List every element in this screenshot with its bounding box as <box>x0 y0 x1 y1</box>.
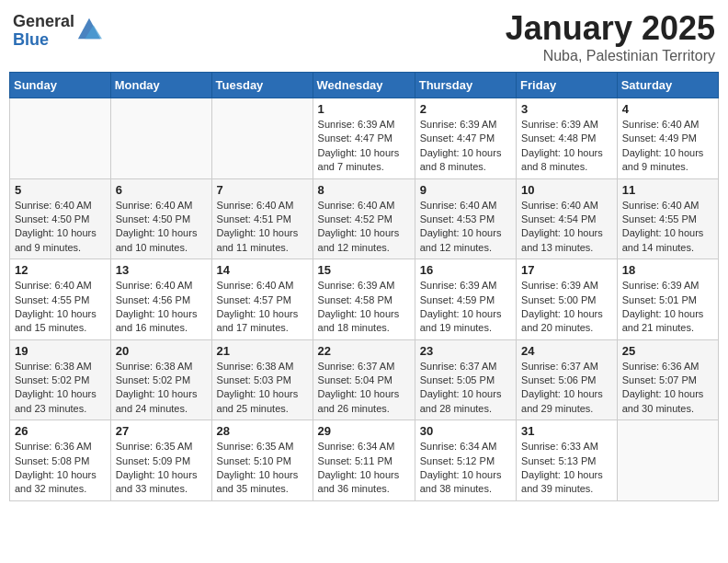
day-info: Sunrise: 6:40 AMSunset: 4:56 PMDaylight:… <box>116 280 198 333</box>
calendar-cell: 7 Sunrise: 6:40 AMSunset: 4:51 PMDayligh… <box>211 178 313 259</box>
calendar-cell: 29 Sunrise: 6:34 AMSunset: 5:11 PMDaylig… <box>313 420 415 501</box>
day-info: Sunrise: 6:38 AMSunset: 5:03 PMDaylight:… <box>217 361 299 414</box>
day-info: Sunrise: 6:39 AMSunset: 4:58 PMDaylight:… <box>318 280 400 333</box>
calendar-header-row: SundayMondayTuesdayWednesdayThursdayFrid… <box>10 73 719 98</box>
calendar-cell: 23 Sunrise: 6:37 AMSunset: 5:05 PMDaylig… <box>415 339 516 420</box>
calendar-cell: 4 Sunrise: 6:40 AMSunset: 4:49 PMDayligh… <box>617 98 718 179</box>
day-info: Sunrise: 6:39 AMSunset: 5:00 PMDaylight:… <box>521 280 603 333</box>
day-number: 15 <box>318 263 410 277</box>
calendar-cell <box>617 420 718 501</box>
weekday-header-wednesday: Wednesday <box>313 73 415 98</box>
calendar-cell: 21 Sunrise: 6:38 AMSunset: 5:03 PMDaylig… <box>211 339 313 420</box>
logo-general: General <box>13 13 74 31</box>
day-info: Sunrise: 6:34 AMSunset: 5:11 PMDaylight:… <box>318 441 400 494</box>
day-info: Sunrise: 6:40 AMSunset: 4:55 PMDaylight:… <box>15 280 97 333</box>
day-info: Sunrise: 6:40 AMSunset: 4:49 PMDaylight:… <box>622 119 704 172</box>
day-number: 29 <box>318 424 410 438</box>
day-number: 8 <box>318 183 410 197</box>
calendar-cell: 11 Sunrise: 6:40 AMSunset: 4:55 PMDaylig… <box>617 178 718 259</box>
calendar-cell: 16 Sunrise: 6:39 AMSunset: 4:59 PMDaylig… <box>415 259 516 340</box>
page-header: General Blue January 2025 Nuba, Palestin… <box>9 9 719 64</box>
day-info: Sunrise: 6:37 AMSunset: 5:05 PMDaylight:… <box>420 361 502 414</box>
calendar-cell: 31 Sunrise: 6:33 AMSunset: 5:13 PMDaylig… <box>517 420 618 501</box>
weekday-header-friday: Friday <box>517 73 618 98</box>
day-number: 17 <box>521 263 612 277</box>
day-info: Sunrise: 6:40 AMSunset: 4:53 PMDaylight:… <box>420 200 502 253</box>
day-number: 11 <box>622 183 713 197</box>
day-number: 6 <box>116 183 207 197</box>
day-number: 28 <box>217 424 308 438</box>
day-info: Sunrise: 6:33 AMSunset: 5:13 PMDaylight:… <box>521 441 603 494</box>
day-number: 19 <box>15 344 106 358</box>
weekday-header-saturday: Saturday <box>617 73 718 98</box>
calendar-cell: 13 Sunrise: 6:40 AMSunset: 4:56 PMDaylig… <box>110 259 211 340</box>
day-info: Sunrise: 6:36 AMSunset: 5:08 PMDaylight:… <box>15 441 97 494</box>
weekday-header-tuesday: Tuesday <box>211 73 313 98</box>
calendar-cell: 28 Sunrise: 6:35 AMSunset: 5:10 PMDaylig… <box>211 420 313 501</box>
day-number: 2 <box>420 102 511 116</box>
day-number: 24 <box>521 344 612 358</box>
calendar-table: SundayMondayTuesdayWednesdayThursdayFrid… <box>9 72 719 501</box>
calendar-cell: 2 Sunrise: 6:39 AMSunset: 4:47 PMDayligh… <box>415 98 516 179</box>
calendar-cell: 15 Sunrise: 6:39 AMSunset: 4:58 PMDaylig… <box>313 259 415 340</box>
day-info: Sunrise: 6:40 AMSunset: 4:54 PMDaylight:… <box>521 200 603 253</box>
calendar-cell: 30 Sunrise: 6:34 AMSunset: 5:12 PMDaylig… <box>415 420 516 501</box>
day-number: 10 <box>521 183 612 197</box>
day-info: Sunrise: 6:35 AMSunset: 5:09 PMDaylight:… <box>116 441 198 494</box>
calendar-cell: 8 Sunrise: 6:40 AMSunset: 4:52 PMDayligh… <box>313 178 415 259</box>
day-number: 4 <box>622 102 713 116</box>
day-number: 18 <box>622 263 713 277</box>
day-info: Sunrise: 6:40 AMSunset: 4:51 PMDaylight:… <box>217 200 299 253</box>
day-number: 1 <box>318 102 410 116</box>
day-number: 13 <box>116 263 207 277</box>
day-info: Sunrise: 6:37 AMSunset: 5:04 PMDaylight:… <box>318 361 400 414</box>
calendar-week-row: 1 Sunrise: 6:39 AMSunset: 4:47 PMDayligh… <box>10 98 719 179</box>
calendar-cell: 27 Sunrise: 6:35 AMSunset: 5:09 PMDaylig… <box>110 420 211 501</box>
calendar-subtitle: Nuba, Palestinian Territory <box>506 48 715 64</box>
day-info: Sunrise: 6:39 AMSunset: 4:48 PMDaylight:… <box>521 119 603 172</box>
day-info: Sunrise: 6:34 AMSunset: 5:12 PMDaylight:… <box>420 441 502 494</box>
calendar-week-row: 19 Sunrise: 6:38 AMSunset: 5:02 PMDaylig… <box>10 339 719 420</box>
day-number: 3 <box>521 102 612 116</box>
day-info: Sunrise: 6:40 AMSunset: 4:50 PMDaylight:… <box>116 200 198 253</box>
day-number: 31 <box>521 424 612 438</box>
calendar-cell: 19 Sunrise: 6:38 AMSunset: 5:02 PMDaylig… <box>10 339 111 420</box>
day-info: Sunrise: 6:39 AMSunset: 4:59 PMDaylight:… <box>420 280 502 333</box>
calendar-title: January 2025 <box>506 9 715 48</box>
calendar-week-row: 12 Sunrise: 6:40 AMSunset: 4:55 PMDaylig… <box>10 259 719 340</box>
calendar-cell: 24 Sunrise: 6:37 AMSunset: 5:06 PMDaylig… <box>517 339 618 420</box>
day-info: Sunrise: 6:36 AMSunset: 5:07 PMDaylight:… <box>622 361 704 414</box>
calendar-cell: 22 Sunrise: 6:37 AMSunset: 5:04 PMDaylig… <box>313 339 415 420</box>
day-info: Sunrise: 6:40 AMSunset: 4:52 PMDaylight:… <box>318 200 400 253</box>
calendar-cell: 18 Sunrise: 6:39 AMSunset: 5:01 PMDaylig… <box>617 259 718 340</box>
day-number: 23 <box>420 344 511 358</box>
day-info: Sunrise: 6:40 AMSunset: 4:55 PMDaylight:… <box>622 200 704 253</box>
logo-blue: Blue <box>13 31 74 50</box>
day-info: Sunrise: 6:40 AMSunset: 4:50 PMDaylight:… <box>15 200 97 253</box>
day-info: Sunrise: 6:39 AMSunset: 4:47 PMDaylight:… <box>420 119 502 172</box>
day-info: Sunrise: 6:38 AMSunset: 5:02 PMDaylight:… <box>15 361 97 414</box>
calendar-cell: 14 Sunrise: 6:40 AMSunset: 4:57 PMDaylig… <box>211 259 313 340</box>
calendar-cell: 5 Sunrise: 6:40 AMSunset: 4:50 PMDayligh… <box>10 178 111 259</box>
calendar-cell: 6 Sunrise: 6:40 AMSunset: 4:50 PMDayligh… <box>110 178 211 259</box>
calendar-cell <box>211 98 313 179</box>
calendar-cell: 9 Sunrise: 6:40 AMSunset: 4:53 PMDayligh… <box>415 178 516 259</box>
calendar-cell: 10 Sunrise: 6:40 AMSunset: 4:54 PMDaylig… <box>517 178 618 259</box>
weekday-header-monday: Monday <box>110 73 211 98</box>
day-number: 7 <box>217 183 308 197</box>
calendar-cell: 25 Sunrise: 6:36 AMSunset: 5:07 PMDaylig… <box>617 339 718 420</box>
day-number: 26 <box>15 424 106 438</box>
day-info: Sunrise: 6:37 AMSunset: 5:06 PMDaylight:… <box>521 361 603 414</box>
calendar-cell: 12 Sunrise: 6:40 AMSunset: 4:55 PMDaylig… <box>10 259 111 340</box>
calendar-week-row: 5 Sunrise: 6:40 AMSunset: 4:50 PMDayligh… <box>10 178 719 259</box>
weekday-header-thursday: Thursday <box>415 73 516 98</box>
logo-icon <box>76 15 102 40</box>
day-number: 16 <box>420 263 511 277</box>
calendar-week-row: 26 Sunrise: 6:36 AMSunset: 5:08 PMDaylig… <box>10 420 719 501</box>
day-info: Sunrise: 6:39 AMSunset: 5:01 PMDaylight:… <box>622 280 704 333</box>
day-info: Sunrise: 6:35 AMSunset: 5:10 PMDaylight:… <box>217 441 299 494</box>
day-number: 12 <box>15 263 106 277</box>
day-number: 22 <box>318 344 410 358</box>
day-info: Sunrise: 6:39 AMSunset: 4:47 PMDaylight:… <box>318 119 400 172</box>
calendar-cell <box>110 98 211 179</box>
